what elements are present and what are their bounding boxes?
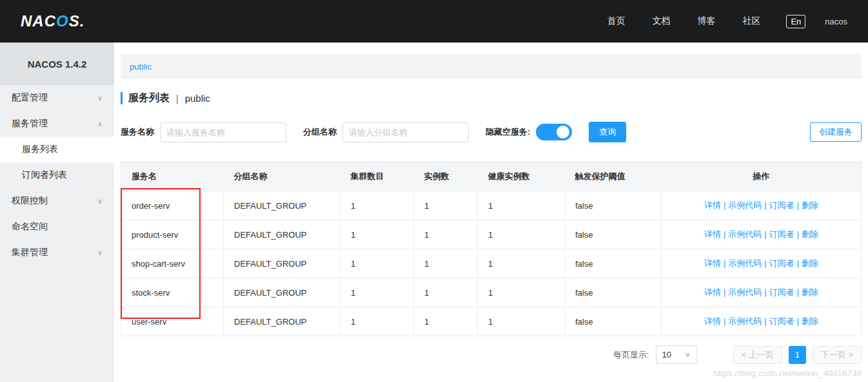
sidebar-item-label: 配置管理 xyxy=(12,92,48,104)
sidebar-version: NACOS 1.4.2 xyxy=(0,43,114,85)
column-header: 操作 xyxy=(662,162,862,191)
action-separator: | xyxy=(797,200,799,210)
user-menu[interactable]: nacos xyxy=(825,17,847,26)
action-detail[interactable]: 详情 xyxy=(704,316,721,326)
action-subscribers[interactable]: 订阅者 xyxy=(769,229,794,239)
action-sample-code[interactable]: 示例代码 xyxy=(728,229,762,239)
service-name-input[interactable] xyxy=(160,122,286,142)
action-subscribers[interactable]: 订阅者 xyxy=(769,200,794,210)
action-delete[interactable]: 删除 xyxy=(802,200,818,210)
logo-letter-o: O xyxy=(56,12,69,30)
table-cell: 1 xyxy=(414,278,478,307)
sidebar-item-label: 服务列表 xyxy=(22,144,58,155)
watermark-text: https://blog.csdn.net/weixin_40816738 xyxy=(713,368,862,378)
namespace-label: public xyxy=(185,93,210,104)
sidebar-item[interactable]: 命名空间 xyxy=(0,214,114,240)
breadcrumb-namespace-link[interactable]: public xyxy=(130,62,152,72)
action-separator: | xyxy=(797,258,799,268)
language-toggle[interactable]: En xyxy=(786,15,805,28)
column-header: 分组名称 xyxy=(224,162,340,191)
action-detail[interactable]: 详情 xyxy=(704,200,721,210)
sidebar-item[interactable]: 集群管理∨ xyxy=(0,240,114,265)
sidebar-item[interactable]: 权限控制∨ xyxy=(0,188,114,214)
row-actions: 详情|示例代码|订阅者|删除 xyxy=(662,191,862,220)
table-cell: 1 xyxy=(414,220,478,249)
nacos-logo[interactable]: NACOS. xyxy=(21,12,84,30)
title-separator: | xyxy=(176,93,179,104)
logo-text-white-2: S. xyxy=(69,12,85,30)
chevron-up-icon: ∧ xyxy=(97,120,103,128)
action-delete[interactable]: 删除 xyxy=(802,258,818,268)
action-subscribers[interactable]: 订阅者 xyxy=(769,287,794,297)
action-separator: | xyxy=(797,229,799,239)
page-size-select[interactable]: 10 ∨ xyxy=(656,345,697,364)
table-cell: 1 xyxy=(414,249,478,278)
sidebar-item[interactable]: 服务管理∧ xyxy=(0,111,114,137)
service-name-label: 服务名称 xyxy=(121,126,154,138)
table-row: user-servDEFAULT_GROUP111false详情|示例代码|订阅… xyxy=(121,307,862,336)
action-sample-code[interactable]: 示例代码 xyxy=(728,316,762,326)
action-subscribers[interactable]: 订阅者 xyxy=(769,258,794,268)
prev-page-button[interactable]: < 上一页 xyxy=(733,346,782,364)
table-cell: shop-cart-serv xyxy=(121,249,224,278)
action-delete[interactable]: 删除 xyxy=(802,287,818,297)
table-cell: 1 xyxy=(340,249,414,278)
page-title: 服务列表 xyxy=(128,91,170,105)
create-service-button[interactable]: 创建服务 xyxy=(810,122,862,142)
sidebar-item-label: 服务管理 xyxy=(12,118,48,129)
pagination: 每页显示: 10 ∨ < 上一页 1 下一页 > xyxy=(121,345,862,364)
action-separator: | xyxy=(724,287,725,297)
table-row: order-servDEFAULT_GROUP111false详情|示例代码|订… xyxy=(121,191,862,220)
per-page-label: 每页显示: xyxy=(613,349,649,361)
sidebar-item[interactable]: 订阅者列表 xyxy=(0,162,114,188)
row-actions: 详情|示例代码|订阅者|删除 xyxy=(662,278,862,307)
sidebar-item-label: 权限控制 xyxy=(12,195,48,207)
hide-empty-label: 隐藏空服务: xyxy=(486,126,530,138)
action-sample-code[interactable]: 示例代码 xyxy=(728,258,762,268)
action-separator: | xyxy=(797,316,799,326)
sidebar-item[interactable]: 服务列表 xyxy=(0,137,114,162)
sidebar-item-label: 命名空间 xyxy=(12,221,48,233)
action-delete[interactable]: 删除 xyxy=(802,316,818,326)
search-button[interactable]: 查询 xyxy=(589,122,626,142)
main-layout: NACOS 1.4.2 配置管理∨服务管理∧服务列表订阅者列表权限控制∨命名空间… xyxy=(0,43,868,382)
table-cell: user-serv xyxy=(121,307,224,336)
action-separator: | xyxy=(724,229,725,239)
topbar-nav-item[interactable]: 首页 xyxy=(607,15,625,27)
table-cell: DEFAULT_GROUP xyxy=(224,220,340,249)
toggle-knob xyxy=(557,126,569,138)
action-separator: | xyxy=(797,287,799,297)
table-cell: stock-serv xyxy=(121,278,224,307)
table-cell: false xyxy=(565,307,662,336)
service-table-wrap: 服务名分组名称集群数目实例数健康实例数触发保护阈值操作 order-servDE… xyxy=(121,162,862,336)
sidebar-menu: 配置管理∨服务管理∧服务列表订阅者列表权限控制∨命名空间集群管理∨ xyxy=(0,85,114,265)
service-table: 服务名分组名称集群数目实例数健康实例数触发保护阈值操作 order-servDE… xyxy=(121,162,862,336)
chevron-down-icon: ∨ xyxy=(686,350,691,359)
current-page-button[interactable]: 1 xyxy=(789,346,806,364)
action-detail[interactable]: 详情 xyxy=(704,287,721,297)
action-sample-code[interactable]: 示例代码 xyxy=(728,200,762,210)
topbar-nav-item[interactable]: 文档 xyxy=(652,15,670,27)
sidebar-item-label: 订阅者列表 xyxy=(22,169,67,181)
group-name-input[interactable] xyxy=(342,122,469,142)
breadcrumb: public xyxy=(121,54,862,79)
action-separator: | xyxy=(724,316,725,326)
table-cell: DEFAULT_GROUP xyxy=(224,307,340,336)
action-subscribers[interactable]: 订阅者 xyxy=(769,316,794,326)
action-delete[interactable]: 删除 xyxy=(802,229,818,239)
table-cell: 1 xyxy=(414,191,478,220)
chevron-down-icon: ∨ xyxy=(97,197,103,205)
table-cell: 1 xyxy=(340,307,414,336)
chevron-down-icon: ∨ xyxy=(97,94,103,102)
sidebar-item[interactable]: 配置管理∨ xyxy=(0,85,114,111)
table-cell: 1 xyxy=(340,278,414,307)
action-detail[interactable]: 详情 xyxy=(704,229,721,239)
topbar-nav-item[interactable]: 博客 xyxy=(697,15,715,27)
action-detail[interactable]: 详情 xyxy=(704,258,721,268)
next-page-button[interactable]: 下一页 > xyxy=(813,346,862,364)
action-sample-code[interactable]: 示例代码 xyxy=(728,287,762,297)
hide-empty-toggle[interactable] xyxy=(536,124,572,140)
table-cell: 1 xyxy=(340,191,414,220)
topbar-nav-item[interactable]: 社区 xyxy=(742,15,760,27)
page-title-row: 服务列表 | public xyxy=(121,91,862,105)
